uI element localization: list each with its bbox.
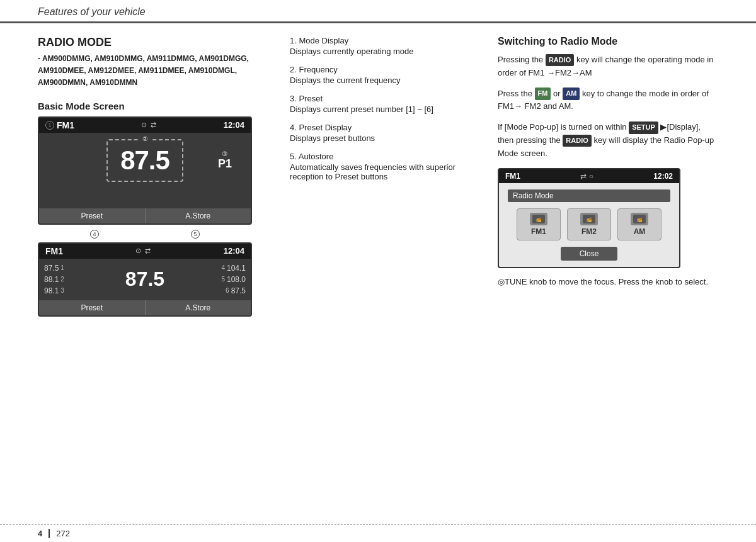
preset-row-3: 98.1 3 (44, 285, 119, 296)
footer-page: 272 (56, 529, 70, 538)
popup-title-bar: Radio Mode (508, 189, 670, 202)
popup-screen: FM1 ⇄ ○ 12:02 Radio Mode 📻 FM1 📻 (498, 168, 680, 268)
para2: Press the FM or AM key to change the mod… (498, 88, 718, 114)
am-badge: AM (563, 88, 580, 100)
mode-btn-am[interactable]: 📻 AM (617, 208, 662, 240)
screen2-time: 12:04 (224, 246, 244, 256)
para4: ◎TUNE knob to move the focus. Press the … (498, 276, 718, 289)
mode-buttons-row: 📻 FM1 📻 FM2 📻 AM (508, 208, 670, 240)
model-list: - AM900DMMG, AM910DMMG, AM911DMMG, AM901… (38, 53, 277, 89)
para2-or: or (553, 89, 563, 98)
astore-btn-2[interactable]: A.Store (146, 300, 251, 315)
right-presets: 4 104.1 5 108.0 6 87.5 (171, 263, 246, 296)
am-label: AM (634, 227, 646, 236)
feature-1: 1. Mode Display Displays currently opera… (290, 36, 479, 56)
preset-row-6: 6 87.5 (226, 285, 246, 296)
para1-before: Pressing the (498, 55, 543, 64)
freq-box: ② 87.5 (106, 139, 183, 182)
screen1-header: 1 FM1 ⊙⇄ 12:04 (39, 118, 251, 133)
para2-before: Press the (498, 89, 532, 98)
main-content: RADIO MODE - AM900DMMG, AM910DMMG, AM911… (0, 23, 756, 320)
page-title: Features of your vehicle (38, 6, 146, 17)
popup-station: FM1 (505, 172, 520, 181)
preset-btn-2[interactable]: Preset (39, 300, 146, 315)
page-header: Features of your vehicle (0, 0, 756, 23)
screen1-inner: ② 87.5 ③ P1 (45, 139, 244, 182)
fm1-icon: 📻 (530, 213, 547, 225)
footer-section: 4 (38, 529, 50, 538)
page-footer: 4 272 (0, 524, 756, 542)
feature-2-title: 2. Frequency (290, 65, 479, 74)
fm2-label: FM2 (581, 227, 597, 236)
switching-title: Switching to Radio Mode (498, 36, 718, 47)
feature-3-title: 3. Preset (290, 94, 479, 103)
preset-row-5: 5 108.0 (221, 274, 246, 285)
feature-4-title: 4. Preset Display (290, 123, 479, 132)
tune-icon: ◎ (498, 277, 505, 286)
feature-2-desc: Displays the current frequency (290, 76, 479, 85)
feature-1-title: 1. Mode Display (290, 36, 479, 45)
right-column: Switching to Radio Mode Pressing the RAD… (479, 36, 718, 320)
screen1-time: 12:04 (224, 120, 244, 130)
screen2-station: FM1 (45, 246, 63, 256)
svg-text:📻: 📻 (587, 217, 592, 222)
feature-3-desc: Displays current preset number [1] ~ [6] (290, 104, 479, 114)
middle-column: 1. Mode Display Displays currently opera… (277, 36, 479, 320)
setup-badge: SETUP (629, 121, 658, 134)
mode-btn-fm2[interactable]: 📻 FM2 (567, 208, 611, 240)
close-button[interactable]: Close (561, 247, 618, 261)
screen2-footer: Preset A.Store (39, 300, 251, 315)
fm1-label: FM1 (531, 227, 546, 236)
astore-btn[interactable]: A.Store (146, 208, 251, 223)
screen1-icons: ⊙⇄ (141, 121, 156, 129)
para4-text: TUNE knob to move the focus. Press the k… (505, 277, 708, 286)
circle1: 1 (45, 121, 54, 130)
circle4-label: 4 (90, 230, 99, 239)
preset-btn[interactable]: Preset (39, 208, 146, 223)
screen1-station: FM1 (57, 120, 74, 130)
svg-text:📻: 📻 (637, 217, 643, 222)
para1: Pressing the RADIO key will change the o… (498, 54, 718, 80)
circle5-label: 5 (191, 230, 200, 239)
preset-row-1: 87.5 1 (44, 263, 119, 274)
screen2: FM1 ⊙⇄ 12:04 87.5 1 88.1 2 (38, 242, 252, 317)
circle2: ② (140, 135, 151, 142)
feature-2: 2. Frequency Displays the current freque… (290, 65, 479, 85)
preset-row-2: 88.1 2 (44, 274, 119, 285)
popup-time: 12:02 (653, 172, 673, 181)
feature-3: 3. Preset Displays current preset number… (290, 94, 479, 114)
fm2-icon: 📻 (580, 213, 598, 225)
popup-icons: ⇄ ○ (580, 172, 593, 181)
popup-body: Radio Mode 📻 FM1 📻 FM2 (499, 183, 679, 267)
radio-badge2: RADIO (563, 135, 591, 147)
screen2-body: 87.5 1 88.1 2 98.1 3 87.5 (39, 259, 251, 300)
radio-mode-title: RADIO MODE (38, 36, 277, 49)
feature-4: 4. Preset Display Displays preset button… (290, 123, 479, 143)
am-icon: 📻 (631, 213, 648, 225)
feature-5: 5. Autostore Automatically saves frequen… (290, 152, 479, 181)
feature-1-desc: Displays currently operating mode (290, 47, 479, 56)
feature-5-desc: Automatically saves frequencies with sup… (290, 162, 479, 181)
screen2-header: FM1 ⊙⇄ 12:04 (39, 244, 251, 259)
para3-before: If [Mode Pop-up] is turned on within (498, 122, 629, 132)
feature-5-title: 5. Autostore (290, 152, 479, 161)
mode-btn-fm1[interactable]: 📻 FM1 (517, 208, 561, 240)
svg-text:📻: 📻 (536, 217, 542, 222)
screen1: 1 FM1 ⊙⇄ 12:04 ② 87.5 ③ P1 (38, 116, 252, 225)
feature-4-desc: Displays preset buttons (290, 133, 479, 143)
fm-badge: FM (535, 88, 551, 100)
footnote-row: 4 5 (38, 229, 252, 240)
left-column: RADIO MODE - AM900DMMG, AM910DMMG, AM911… (38, 36, 277, 320)
basic-mode-title: Basic Mode Screen (38, 101, 277, 111)
preset-row-4: 4 104.1 (221, 263, 246, 274)
screen2-icons: ⊙⇄ (135, 247, 151, 255)
screen2-frequency: 87.5 (125, 265, 164, 293)
screen1-preset-label: ③ P1 (218, 150, 232, 171)
para3: If [Mode Pop-up] is turned on within SET… (498, 121, 718, 160)
center-freq-display: 87.5 (119, 263, 171, 296)
screen1-footer: Preset A.Store (39, 208, 251, 223)
popup-header: FM1 ⇄ ○ 12:02 (499, 169, 679, 183)
radio-badge: RADIO (546, 54, 574, 67)
screen1-body: ② 87.5 ③ P1 (39, 133, 251, 208)
screen1-frequency: 87.5 (120, 145, 169, 175)
